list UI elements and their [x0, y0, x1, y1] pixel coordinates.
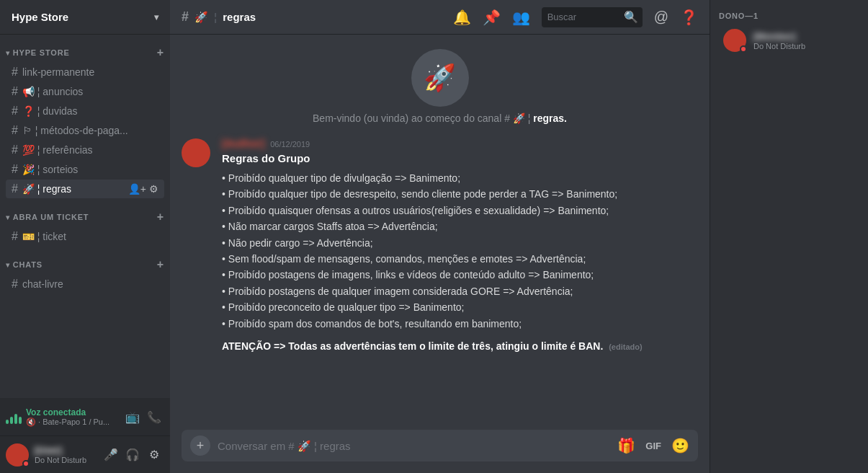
voice-text: Voz conectada 🔇 · Bate-Papo 1 / Pu... [26, 407, 109, 427]
hash-icon: # [12, 66, 18, 79]
category-hype-store[interactable]: ▾ HYPE STORE + [0, 35, 170, 62]
channel-name: 📢 ¦ anuncios [22, 86, 158, 97]
current-user-status: Do Not Disturb [35, 456, 95, 464]
add-ticket-btn[interactable]: + [157, 211, 164, 224]
message-avatar [182, 138, 210, 167]
hash-icon: # [12, 182, 18, 195]
voice-info: Voz conectada 🔇 · Bate-Papo 1 / Pu... [6, 407, 122, 427]
server-chevron: ▾ [154, 12, 158, 22]
hash-icon: # [12, 163, 18, 176]
members-icon[interactable]: 👥 [512, 9, 530, 26]
right-panel: DONO—1 [Member] Do Not Disturb [710, 0, 868, 473]
bell-icon[interactable]: 🔔 [453, 9, 471, 26]
hash-icon: # [12, 230, 18, 243]
server-header[interactable]: Hype Store ▾ [0, 0, 170, 35]
member-avatar [723, 29, 746, 52]
category-arrow: ▾ [6, 261, 10, 269]
search-bar[interactable]: 🔍 [542, 7, 643, 27]
message-content: [Author] 06/12/2019 Regras do Grupo • Pr… [222, 137, 698, 352]
channel-name: chat-livre [22, 278, 158, 290]
rule-item: • Proibído postagens de imagens, links e… [222, 267, 698, 283]
message-time: 06/12/2019 [270, 140, 310, 149]
current-user-avatar [6, 443, 29, 467]
channel-name: 🏳 ¦ métodos-de-paga... [22, 125, 158, 136]
gif-icon[interactable]: GIF [645, 441, 661, 451]
hash-icon: # [12, 105, 18, 118]
hash-icon: # [182, 9, 189, 25]
phone-btn[interactable]: 📞 [144, 407, 164, 427]
message-header: [Author] 06/12/2019 [222, 137, 698, 149]
channel-regras[interactable]: # 🚀 ¦ regras 👤+ ⚙ [6, 180, 164, 198]
add-member-icon[interactable]: 👤+ [128, 183, 146, 195]
message-author: [Author] [222, 137, 264, 149]
dono-category: DONO—1 [719, 12, 859, 20]
voice-status: Voz conectada [26, 407, 109, 417]
input-actions: 🎁 GIF 🙂 [617, 437, 689, 454]
rule-item: • Proibído quaisquer ofensas a outros us… [222, 203, 698, 218]
channel-name: regras [223, 11, 256, 23]
hash-icon: # [12, 278, 18, 291]
channel-name: link-permanente [22, 66, 158, 78]
voice-indicator [6, 410, 22, 424]
message-input-wrapper: + 🎁 GIF 🙂 [182, 430, 698, 461]
channel-emoji: 🚀 [194, 11, 208, 24]
channel-sorteios[interactable]: # 🎉 ¦ sorteios [6, 160, 164, 179]
at-icon[interactable]: @ [654, 9, 668, 25]
current-user-info: [User] Do Not Disturb [35, 445, 95, 464]
channel-anuncios[interactable]: # 📢 ¦ anuncios [6, 82, 164, 101]
channel-link-permanente[interactable]: # link-permanente [6, 63, 164, 81]
mute-btn[interactable]: 🎤 [101, 445, 121, 465]
search-icon: 🔍 [624, 10, 638, 24]
add-channel-btn[interactable]: + [157, 46, 164, 59]
add-chat-btn[interactable]: + [157, 258, 164, 271]
input-area: + 🎁 GIF 🙂 [170, 430, 710, 473]
rule-item: • Proibído spam dos comandos de bot's, r… [222, 316, 698, 332]
rule-item: • Proibído preconceito de qualquer tipo … [222, 299, 698, 315]
category-chats[interactable]: ▾ CHATS + [0, 247, 170, 274]
chats-label: CHATS [13, 260, 42, 269]
message-title: Regras do Grupo [222, 152, 698, 164]
category-abra-ticket[interactable]: ▾ ABRA UM TICKET + [0, 199, 170, 226]
screen-share-btn[interactable]: 📺 [122, 407, 143, 427]
category-arrow: ▾ [6, 49, 10, 57]
voice-bar-3 [14, 414, 17, 424]
settings-btn[interactable]: ⚙ [144, 445, 164, 465]
channel-name: 🎉 ¦ sorteios [22, 164, 158, 175]
welcome-text: Bem-vindo (ou vinda) ao começo do canal … [313, 112, 567, 124]
rule-item: • Proibído postagens de qualquer imagem … [222, 283, 698, 299]
deafen-btn[interactable]: 🎧 [122, 445, 143, 465]
emoji-icon[interactable]: 🙂 [671, 437, 689, 454]
abra-ticket-label: ABRA UM TICKET [13, 213, 89, 221]
rule-item: • Proibído qualquer tipo de divulgação =… [222, 170, 698, 186]
add-attachment-btn[interactable]: + [190, 436, 210, 456]
help-icon[interactable]: ❓ [680, 9, 698, 26]
settings-icon[interactable]: ⚙ [149, 183, 158, 195]
channel-metodos[interactable]: # 🏳 ¦ métodos-de-paga... [6, 121, 164, 140]
message-input[interactable] [218, 440, 610, 452]
search-input[interactable] [547, 12, 619, 22]
server-name: Hype Store [12, 11, 68, 23]
voice-bar: Voz conectada 🔇 · Bate-Papo 1 / Pu... 📺 … [0, 398, 170, 436]
member-item[interactable]: [Member] Do Not Disturb [719, 26, 859, 55]
channel-name: 💯 ¦ referências [22, 144, 158, 156]
top-bar: # 🚀 ¦ regras 🔔 📌 👥 🔍 @ ❓ [170, 0, 710, 35]
channel-referencias[interactable]: # 💯 ¦ referências [6, 141, 164, 159]
rule-item: • Não marcar cargos Staffs atoa => Adver… [222, 218, 698, 234]
user-controls: 🎤 🎧 ⚙ [101, 445, 164, 465]
bottom-user-bar: [User] Do Not Disturb 🎤 🎧 ⚙ [0, 436, 170, 473]
channel-duvidas[interactable]: # ❓ ¦ duvidas [6, 102, 164, 120]
pin-icon[interactable]: 📌 [483, 9, 501, 26]
hash-icon: # [12, 124, 18, 137]
hype-store-label: HYPE STORE [13, 48, 70, 57]
channel-chat-livre[interactable]: # chat-livre [6, 275, 164, 293]
sidebar-content: ▾ HYPE STORE + # link-permanente # 📢 ¦ a… [0, 35, 170, 398]
category-arrow: ▾ [6, 213, 10, 221]
gift-icon[interactable]: 🎁 [617, 437, 635, 454]
message-body: • Proibído qualquer tipo de divulgação =… [222, 170, 698, 332]
channel-name: 🎫 ¦ ticket [22, 231, 158, 242]
status-dot [22, 460, 30, 467]
member-info: [Member] Do Not Disturb [753, 31, 855, 50]
chat-area: 🚀 Bem-vindo (ou vinda) ao começo do cana… [170, 35, 710, 430]
channel-ticket[interactable]: # 🎫 ¦ ticket [6, 227, 164, 246]
channel-separator: ¦ [214, 11, 217, 23]
